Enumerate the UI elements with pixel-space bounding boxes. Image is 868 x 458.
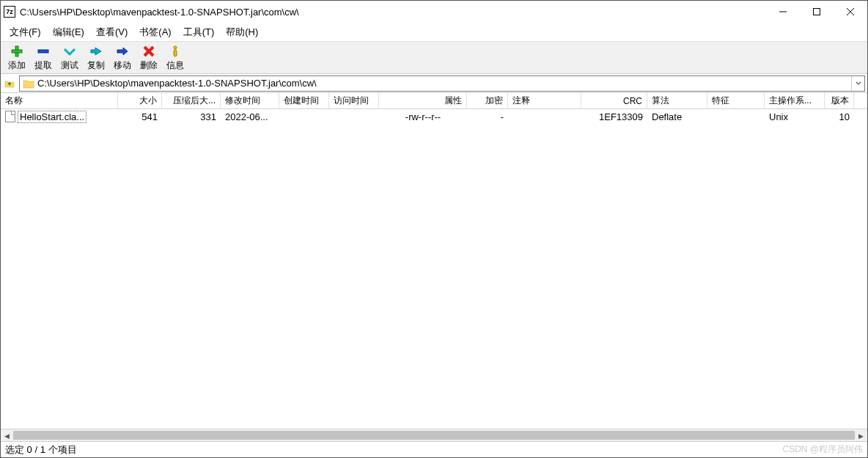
tool-info[interactable]: 信息 <box>162 43 188 73</box>
chevron-down-icon <box>856 81 861 86</box>
menu-bookmarks[interactable]: 书签(A) <box>133 23 177 41</box>
folder-icon <box>23 78 34 89</box>
address-dropdown[interactable] <box>851 76 864 91</box>
col-ctime[interactable]: 创建时间 <box>279 93 329 108</box>
addressbar: C:\Users\HP\Desktop\mavenpacktest-1.0-SN… <box>1 74 867 93</box>
svg-rect-12 <box>174 50 177 56</box>
menu-edit[interactable]: 编辑(E) <box>47 23 90 41</box>
tool-delete-label: 删除 <box>140 59 158 72</box>
plus-icon <box>10 45 23 58</box>
tool-delete[interactable]: 删除 <box>136 43 162 73</box>
tool-test-label: 测试 <box>61 59 78 72</box>
cell-packed: 331 <box>162 111 221 123</box>
menubar: 文件(F) 编辑(E) 查看(V) 书签(A) 工具(T) 帮助(H) <box>1 23 867 42</box>
svg-rect-6 <box>38 50 48 53</box>
status-text: 选定 0 / 1 个项目 <box>5 443 77 457</box>
tool-extract[interactable]: 提取 <box>30 43 56 73</box>
svg-marker-8 <box>117 48 128 55</box>
tool-add[interactable]: 添加 <box>4 43 30 73</box>
copy-arrow-icon <box>89 45 103 58</box>
table-row[interactable]: HelloStart.cla... 541 331 2022-06... -rw… <box>1 109 867 124</box>
file-list-body[interactable]: HelloStart.cla... 541 331 2022-06... -rw… <box>1 109 867 429</box>
tool-move[interactable]: 移动 <box>109 43 136 73</box>
cell-ctime <box>279 116 329 117</box>
menu-file[interactable]: 文件(F) <box>4 23 47 41</box>
file-name-text: HelloStart.cla... <box>18 111 87 123</box>
col-ver[interactable]: 版本 <box>825 93 854 108</box>
address-text: C:\Users\HP\Desktop\mavenpacktest-1.0-SN… <box>37 78 851 89</box>
move-arrow-icon <box>116 45 129 58</box>
minimize-button[interactable] <box>766 1 800 23</box>
menu-view[interactable]: 查看(V) <box>90 23 133 41</box>
folder-up-icon <box>4 78 15 89</box>
tool-test[interactable]: 测试 <box>56 43 83 73</box>
nav-up-button[interactable] <box>1 75 18 92</box>
address-input[interactable]: C:\Users\HP\Desktop\mavenpacktest-1.0-SN… <box>19 75 865 92</box>
horizontal-scrollbar[interactable]: ◀ ▶ <box>1 429 867 441</box>
toolbar: 添加 提取 测试 复制 移动 删除 信息 <box>1 42 867 74</box>
svg-rect-1 <box>814 9 820 15</box>
cell-attr: -rw-r--r-- <box>379 111 467 123</box>
scroll-right-arrow[interactable]: ▶ <box>855 429 867 441</box>
col-atime[interactable]: 访问时间 <box>329 93 379 108</box>
window-controls <box>766 1 867 23</box>
delete-x-icon <box>142 45 155 58</box>
col-attr[interactable]: 属性 <box>379 93 467 108</box>
cell-mtime: 2022-06... <box>221 111 279 123</box>
svg-marker-7 <box>91 48 101 55</box>
scroll-thumb[interactable] <box>13 431 855 440</box>
menu-tools[interactable]: 工具(T) <box>177 23 221 41</box>
close-button[interactable] <box>834 1 867 23</box>
file-list-header: 名称 大小 压缩后大... 修改时间 创建时间 访问时间 属性 加密 注释 CR… <box>1 93 867 109</box>
watermark: CSDN @程序员阿伟 <box>782 443 863 456</box>
info-icon <box>169 45 182 58</box>
col-mtime[interactable]: 修改时间 <box>221 93 279 108</box>
scroll-left-arrow[interactable]: ◀ <box>1 429 13 441</box>
cell-algo: Deflate <box>647 111 707 123</box>
menu-help[interactable]: 帮助(H) <box>220 23 264 41</box>
tool-extract-label: 提取 <box>34 59 52 72</box>
col-os[interactable]: 主操作系... <box>765 93 825 108</box>
minus-icon <box>37 45 50 58</box>
cell-feat <box>707 116 765 117</box>
col-crc[interactable]: CRC <box>581 93 647 108</box>
tool-copy[interactable]: 复制 <box>83 43 109 73</box>
tool-info-label: 信息 <box>166 59 184 72</box>
cell-atime <box>329 116 379 117</box>
tool-move-label: 移动 <box>114 59 131 72</box>
app-icon: 7z <box>4 6 15 18</box>
col-packed[interactable]: 压缩后大... <box>162 93 221 108</box>
cell-comm <box>508 116 581 117</box>
file-list: 名称 大小 压缩后大... 修改时间 创建时间 访问时间 属性 加密 注释 CR… <box>1 93 867 441</box>
svg-rect-5 <box>12 50 22 53</box>
svg-point-11 <box>174 46 177 49</box>
cell-os: Unix <box>765 111 825 123</box>
col-feat[interactable]: 特征 <box>707 93 765 108</box>
check-icon <box>63 45 76 58</box>
maximize-button[interactable] <box>800 1 834 23</box>
cell-enc: - <box>467 111 508 123</box>
statusbar: 选定 0 / 1 个项目 CSDN @程序员阿伟 <box>1 441 867 457</box>
col-algo[interactable]: 算法 <box>647 93 707 108</box>
col-name[interactable]: 名称 <box>1 93 118 108</box>
cell-size: 541 <box>118 111 162 123</box>
tool-add-label: 添加 <box>8 59 26 72</box>
col-comm[interactable]: 注释 <box>508 93 581 108</box>
tool-copy-label: 复制 <box>87 59 105 72</box>
cell-name: HelloStart.cla... <box>1 110 118 124</box>
cell-ver: 10 <box>825 111 854 123</box>
window-title: C:\Users\HP\Desktop\mavenpacktest-1.0-SN… <box>20 7 766 18</box>
titlebar: 7z C:\Users\HP\Desktop\mavenpacktest-1.0… <box>1 1 867 23</box>
col-enc[interactable]: 加密 <box>467 93 508 108</box>
file-icon <box>5 111 15 122</box>
col-size[interactable]: 大小 <box>118 93 162 108</box>
cell-crc: 1EF13309 <box>581 111 647 123</box>
